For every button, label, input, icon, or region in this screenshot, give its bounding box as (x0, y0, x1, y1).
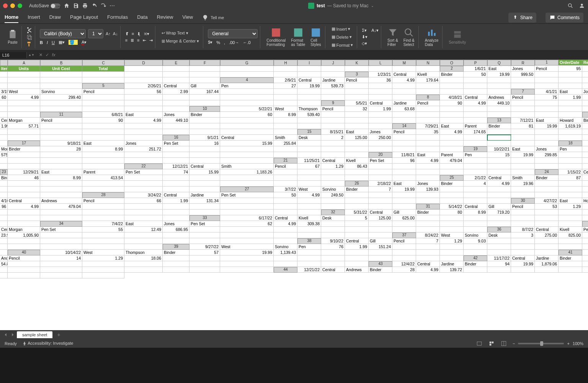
cell[interactable]: 8/24/22 (416, 232, 440, 238)
cell[interactable] (8, 164, 40, 169)
format-painter-icon[interactable] (26, 41, 33, 47)
cell[interactable] (582, 181, 588, 187)
conditional-formatting[interactable]: Conditional Formatting (265, 28, 287, 47)
cell[interactable] (535, 72, 559, 77)
fill-color-button[interactable]: 🪣▾ (69, 40, 78, 45)
cell[interactable] (0, 129, 8, 135)
cell[interactable] (392, 204, 416, 210)
autosum[interactable]: Σ▾ (362, 28, 367, 33)
cell[interactable] (369, 204, 392, 210)
cell[interactable] (440, 164, 464, 169)
cell[interactable]: East (416, 152, 440, 158)
cell[interactable]: Central (189, 164, 220, 169)
cell[interactable] (40, 187, 82, 192)
cell[interactable] (8, 267, 40, 273)
cell[interactable]: 8.99 (40, 175, 82, 181)
cell[interactable] (82, 215, 124, 221)
cell[interactable]: 8/15/21 (321, 129, 345, 135)
cell[interactable] (369, 175, 392, 181)
cell[interactable] (274, 129, 297, 135)
tab-formulas[interactable]: Formulas (107, 12, 128, 23)
cell[interactable]: 479.04 (40, 204, 82, 210)
cell[interactable]: Kivell (345, 158, 369, 164)
cell[interactable] (440, 250, 464, 255)
cell[interactable]: 4 (464, 181, 487, 187)
cell[interactable] (392, 244, 416, 250)
cell[interactable] (535, 112, 559, 118)
cell[interactable]: 19.99 (392, 187, 416, 192)
cell[interactable] (416, 244, 440, 250)
cell[interactable] (582, 83, 588, 89)
row-header[interactable]: 20 (369, 152, 392, 158)
cell[interactable]: 12/29/21 (8, 169, 40, 175)
number-format[interactable]: General (208, 29, 258, 38)
cell[interactable]: 625.00 (392, 215, 416, 221)
tab-insert[interactable]: Insert (28, 12, 40, 23)
cell[interactable]: Central (163, 83, 189, 89)
cell[interactable] (416, 135, 440, 141)
cell[interactable] (163, 215, 189, 221)
cell[interactable] (82, 72, 124, 77)
cell[interactable] (464, 77, 487, 83)
underline-button[interactable]: U (52, 40, 55, 45)
cell[interactable] (82, 106, 124, 112)
cell[interactable]: 1,183.26 (220, 169, 274, 175)
cell[interactable]: Howard (582, 198, 588, 204)
cell[interactable]: 9.03 (464, 238, 487, 244)
cell[interactable]: 67 (297, 164, 321, 169)
cell[interactable] (369, 89, 392, 95)
cell[interactable] (124, 261, 163, 267)
cell[interactable] (82, 187, 124, 192)
cell[interactable]: 575.36 (0, 152, 8, 158)
col-header[interactable]: P (464, 60, 487, 66)
row-header[interactable]: 27 (220, 187, 274, 192)
cell[interactable] (559, 267, 582, 273)
cell[interactable] (321, 146, 345, 152)
cell[interactable] (559, 187, 582, 192)
cell[interactable] (189, 175, 220, 181)
cell[interactable]: 179.64 (416, 77, 440, 83)
cell[interactable] (416, 141, 440, 146)
row-header[interactable]: 38 (297, 238, 321, 244)
cell[interactable] (535, 129, 559, 135)
cell[interactable]: 251.72 (124, 146, 163, 152)
row-header[interactable]: 21 (274, 158, 297, 164)
cell[interactable] (559, 77, 582, 83)
cell[interactable]: 2/18/22 (369, 181, 392, 187)
cell[interactable] (392, 95, 416, 100)
cell[interactable] (487, 192, 511, 198)
cell[interactable] (124, 66, 163, 72)
cell[interactable] (416, 164, 440, 169)
cell[interactable]: 686.95 (163, 227, 189, 232)
cell[interactable] (297, 261, 321, 267)
cell[interactable] (345, 83, 369, 89)
cell[interactable] (82, 244, 124, 250)
cell[interactable] (0, 273, 8, 278)
cell[interactable]: 4/10/22 (0, 198, 8, 204)
cell[interactable] (82, 210, 124, 215)
cell[interactable]: Sorvino (321, 187, 345, 192)
cell[interactable] (274, 232, 297, 238)
cell[interactable]: 94 (487, 261, 511, 267)
cell[interactable] (40, 267, 82, 273)
cell[interactable] (8, 192, 40, 198)
cell[interactable]: Jardine (321, 77, 345, 83)
cell[interactable]: 7/29/21 (416, 123, 440, 129)
cell[interactable] (163, 95, 189, 100)
cell[interactable]: 1,619.19 (559, 123, 582, 129)
cell[interactable] (559, 129, 582, 135)
cell[interactable]: 4/27/22 (535, 198, 559, 204)
cell[interactable] (559, 192, 582, 198)
cell[interactable]: Kivell (416, 72, 440, 77)
cell[interactable]: Jardine (440, 261, 464, 267)
cell[interactable]: Central (8, 198, 40, 204)
cell[interactable] (189, 267, 220, 273)
cell[interactable]: Morgan (8, 227, 40, 232)
cell[interactable] (511, 83, 535, 89)
cell[interactable]: 4.99 (416, 158, 440, 164)
cancel-icon[interactable]: ✕ (39, 52, 42, 57)
cell[interactable] (274, 146, 297, 152)
cell[interactable]: 10/31/22 (582, 250, 588, 255)
cell[interactable]: Binder (582, 118, 588, 123)
cell[interactable] (559, 181, 582, 187)
